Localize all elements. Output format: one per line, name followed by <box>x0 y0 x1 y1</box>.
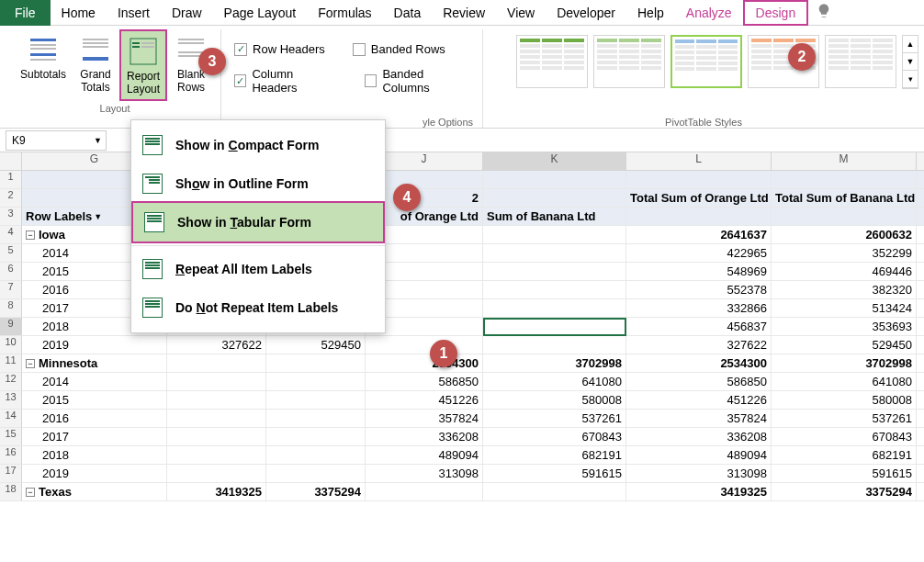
cell[interactable]: 591615 <box>772 465 917 482</box>
tab-developer[interactable]: Developer <box>546 0 626 26</box>
table-row[interactable]: −Minnesota2534300370299825343003702998 <box>22 354 924 373</box>
cell[interactable]: 2019 <box>22 336 167 354</box>
style-gallery-scroll[interactable]: ▲▼▾ <box>902 35 918 89</box>
report-layout-button[interactable]: Report Layout <box>119 29 167 101</box>
cell[interactable]: 332866 <box>626 299 772 317</box>
table-row[interactable]: 2017336208670843336208670843 <box>22 428 924 446</box>
row-header-10[interactable]: 10 <box>0 336 22 354</box>
cell[interactable]: 552378 <box>626 281 772 298</box>
cell[interactable]: −Minnesota <box>22 354 167 372</box>
row-header-17[interactable]: 17 <box>0 465 22 483</box>
cell[interactable] <box>483 281 626 298</box>
cell[interactable] <box>772 171 917 188</box>
row-header-6[interactable]: 6 <box>0 263 22 281</box>
menu-repeat-labels[interactable]: Repeat All Item Labels <box>131 250 385 288</box>
cell[interactable]: Total Sum of Orange Ltd <box>626 189 772 207</box>
tab-file[interactable]: File <box>0 0 51 26</box>
cell[interactable]: 357824 <box>366 410 483 427</box>
cell[interactable] <box>626 171 772 188</box>
cell[interactable]: 529450 <box>772 336 917 354</box>
cell[interactable]: 2019 <box>22 465 167 482</box>
tab-design[interactable]: Design <box>743 0 809 26</box>
tab-view[interactable]: View <box>496 0 546 26</box>
cell[interactable]: −Texas <box>22 483 167 500</box>
menu-tabular-form[interactable]: Show in Tabular Form <box>131 201 385 243</box>
cell[interactable]: 580008 <box>483 391 626 409</box>
cell[interactable]: 537261 <box>772 410 917 427</box>
cell[interactable]: 670843 <box>772 428 917 445</box>
cell[interactable]: 451226 <box>626 391 772 409</box>
cell[interactable]: Sum of Banana Ltd <box>483 208 626 225</box>
cell[interactable] <box>483 336 626 354</box>
subtotals-button[interactable]: Subtotals <box>15 29 72 101</box>
cell[interactable]: 3375294 <box>772 483 917 500</box>
cell[interactable]: 641080 <box>483 373 626 390</box>
cell[interactable]: Total Sum of Banana Ltd <box>772 189 917 207</box>
menu-compact-form[interactable]: Show in Compact Form <box>131 126 385 164</box>
row-header-12[interactable]: 12 <box>0 373 22 391</box>
cell[interactable] <box>483 483 626 500</box>
cell[interactable]: 336208 <box>626 428 772 445</box>
style-thumb-2[interactable] <box>593 35 665 88</box>
cell[interactable]: 580008 <box>772 391 917 409</box>
cell[interactable]: 3375294 <box>266 483 366 500</box>
cell[interactable] <box>366 483 483 500</box>
cell[interactable]: 382320 <box>772 281 917 298</box>
cell[interactable]: 2015 <box>22 391 167 409</box>
table-row[interactable]: 2016357824537261357824537261 <box>22 410 924 428</box>
cell[interactable]: 451226 <box>366 391 483 409</box>
cell[interactable]: 2016 <box>22 410 167 427</box>
cell[interactable] <box>483 318 626 335</box>
cell[interactable] <box>266 465 366 482</box>
cell[interactable]: 327622 <box>626 336 772 354</box>
menu-outline-form[interactable]: Show in Outline Form <box>131 164 385 203</box>
cell[interactable] <box>483 244 626 262</box>
cell[interactable]: 2534300 <box>626 354 772 372</box>
table-row[interactable]: 2018489094682191489094682191 <box>22 446 924 465</box>
row-headers-checkbox[interactable]: Row Headers <box>234 42 325 56</box>
cell[interactable]: 489094 <box>366 446 483 464</box>
cell[interactable]: 641080 <box>772 373 917 390</box>
cell[interactable] <box>167 391 266 409</box>
cell[interactable] <box>483 171 626 188</box>
cell[interactable]: 313098 <box>626 465 772 482</box>
more-icon[interactable]: ▾ <box>903 71 918 88</box>
row-header-7[interactable]: 7 <box>0 281 22 299</box>
col-header-k[interactable]: K <box>483 152 626 170</box>
cell[interactable]: 3702998 <box>772 354 917 372</box>
table-row[interactable]: −Texas3419325337529434193253375294 <box>22 483 924 501</box>
row-header-16[interactable]: 16 <box>0 446 22 465</box>
cell[interactable]: 529450 <box>266 336 366 354</box>
cell[interactable]: 357824 <box>626 410 772 427</box>
tab-analyze[interactable]: Analyze <box>675 0 743 26</box>
banded-columns-checkbox[interactable]: Banded Columns <box>365 67 469 95</box>
cell[interactable] <box>266 354 366 372</box>
table-row[interactable]: 2014586850641080586850641080 <box>22 373 924 391</box>
cell[interactable]: 456837 <box>626 318 772 335</box>
cell[interactable] <box>167 373 266 390</box>
style-thumb-3-selected[interactable] <box>670 35 742 88</box>
row-header-8[interactable]: 8 <box>0 299 22 318</box>
style-thumb-5[interactable] <box>825 35 896 88</box>
cell[interactable]: 537261 <box>483 410 626 427</box>
cell[interactable] <box>266 446 366 464</box>
cell[interactable]: 336208 <box>366 428 483 445</box>
row-header-13[interactable]: 13 <box>0 391 22 410</box>
cell[interactable]: 670843 <box>483 428 626 445</box>
cell[interactable] <box>483 263 626 280</box>
cell[interactable]: 313098 <box>366 465 483 482</box>
tab-review[interactable]: Review <box>432 0 496 26</box>
cell[interactable]: 2014 <box>22 373 167 390</box>
table-row[interactable]: 2015451226580008451226580008 <box>22 391 924 410</box>
cell[interactable]: 327622 <box>167 336 266 354</box>
tell-me-button[interactable] <box>816 3 832 22</box>
tab-data[interactable]: Data <box>383 0 433 26</box>
cell[interactable] <box>266 391 366 409</box>
row-header-11[interactable]: 11 <box>0 354 22 373</box>
cell[interactable]: 548969 <box>626 263 772 280</box>
cell[interactable]: 586850 <box>626 373 772 390</box>
menu-no-repeat-labels[interactable]: Do Not Repeat Item Labels <box>131 288 385 327</box>
cell[interactable]: 2534300 <box>366 354 483 372</box>
tab-draw[interactable]: Draw <box>161 0 213 26</box>
chevron-down-icon[interactable]: ▼ <box>94 136 102 145</box>
